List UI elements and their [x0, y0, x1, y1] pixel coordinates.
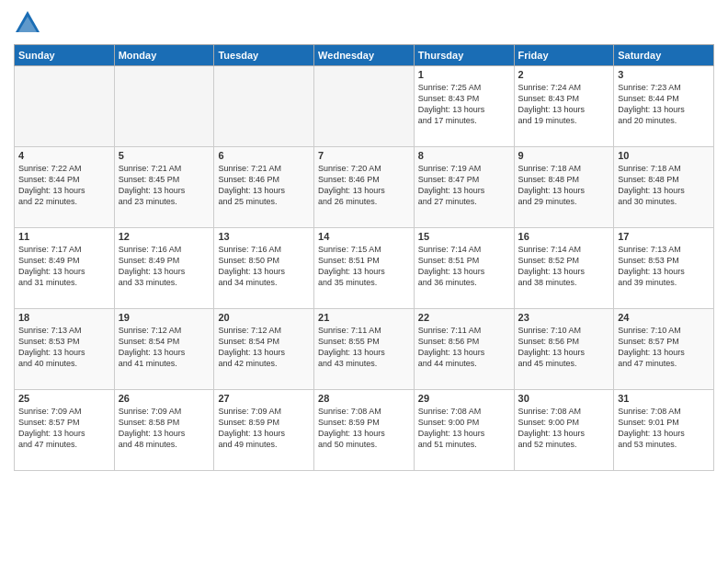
calendar-cell: 2Sunrise: 7:24 AM Sunset: 8:43 PM Daylig… [514, 66, 614, 147]
calendar-cell: 6Sunrise: 7:21 AM Sunset: 8:46 PM Daylig… [214, 147, 314, 228]
logo-icon [14, 9, 41, 37]
day-info: Sunrise: 7:15 AM Sunset: 8:51 PM Dayligh… [318, 244, 410, 289]
day-number: 8 [418, 150, 510, 161]
calendar-cell: 18Sunrise: 7:13 AM Sunset: 8:53 PM Dayli… [15, 309, 115, 390]
day-number: 24 [618, 312, 710, 323]
calendar-cell: 25Sunrise: 7:09 AM Sunset: 8:57 PM Dayli… [15, 390, 115, 471]
day-info: Sunrise: 7:08 AM Sunset: 9:00 PM Dayligh… [418, 406, 510, 451]
calendar-cell: 1Sunrise: 7:25 AM Sunset: 8:43 PM Daylig… [414, 66, 514, 147]
day-number: 7 [318, 150, 410, 161]
day-info: Sunrise: 7:23 AM Sunset: 8:44 PM Dayligh… [618, 82, 710, 127]
day-number: 31 [618, 393, 710, 404]
day-number: 9 [518, 150, 610, 161]
day-number: 16 [518, 231, 610, 242]
calendar-cell: 14Sunrise: 7:15 AM Sunset: 8:51 PM Dayli… [314, 228, 415, 309]
day-number: 13 [218, 231, 310, 242]
calendar-cell: 17Sunrise: 7:13 AM Sunset: 8:53 PM Dayli… [614, 228, 714, 309]
weekday-saturday: Saturday [614, 45, 714, 66]
calendar-cell: 27Sunrise: 7:09 AM Sunset: 8:59 PM Dayli… [214, 390, 314, 471]
calendar-cell: 30Sunrise: 7:08 AM Sunset: 9:00 PM Dayli… [514, 390, 614, 471]
day-info: Sunrise: 7:13 AM Sunset: 8:53 PM Dayligh… [18, 325, 110, 370]
day-number: 14 [318, 231, 410, 242]
day-number: 6 [218, 150, 310, 161]
day-number: 29 [418, 393, 510, 404]
day-number: 3 [618, 69, 710, 80]
calendar-cell: 10Sunrise: 7:18 AM Sunset: 8:48 PM Dayli… [614, 147, 714, 228]
day-number: 18 [18, 312, 110, 323]
day-number: 15 [418, 231, 510, 242]
day-info: Sunrise: 7:12 AM Sunset: 8:54 PM Dayligh… [218, 325, 310, 370]
calendar-cell: 29Sunrise: 7:08 AM Sunset: 9:00 PM Dayli… [414, 390, 514, 471]
calendar-cell: 11Sunrise: 7:17 AM Sunset: 8:49 PM Dayli… [15, 228, 115, 309]
calendar-cell: 22Sunrise: 7:11 AM Sunset: 8:56 PM Dayli… [414, 309, 514, 390]
calendar-cell: 20Sunrise: 7:12 AM Sunset: 8:54 PM Dayli… [214, 309, 314, 390]
week-row-2: 4Sunrise: 7:22 AM Sunset: 8:44 PM Daylig… [15, 147, 714, 228]
day-info: Sunrise: 7:24 AM Sunset: 8:43 PM Dayligh… [518, 82, 610, 127]
day-info: Sunrise: 7:20 AM Sunset: 8:46 PM Dayligh… [318, 163, 410, 208]
day-number: 10 [618, 150, 710, 161]
day-info: Sunrise: 7:14 AM Sunset: 8:52 PM Dayligh… [518, 244, 610, 289]
calendar-cell: 23Sunrise: 7:10 AM Sunset: 8:56 PM Dayli… [514, 309, 614, 390]
day-info: Sunrise: 7:10 AM Sunset: 8:56 PM Dayligh… [518, 325, 610, 370]
calendar-cell: 16Sunrise: 7:14 AM Sunset: 8:52 PM Dayli… [514, 228, 614, 309]
calendar-cell [214, 66, 314, 147]
day-number: 22 [418, 312, 510, 323]
weekday-header-row: SundayMondayTuesdayWednesdayThursdayFrid… [15, 45, 714, 66]
day-info: Sunrise: 7:25 AM Sunset: 8:43 PM Dayligh… [418, 82, 510, 127]
logo [14, 9, 45, 37]
week-row-1: 1Sunrise: 7:25 AM Sunset: 8:43 PM Daylig… [15, 66, 714, 147]
calendar-cell: 5Sunrise: 7:21 AM Sunset: 8:45 PM Daylig… [114, 147, 214, 228]
calendar-cell: 26Sunrise: 7:09 AM Sunset: 8:58 PM Dayli… [114, 390, 214, 471]
day-number: 26 [119, 393, 210, 404]
weekday-sunday: Sunday [15, 45, 115, 66]
day-info: Sunrise: 7:16 AM Sunset: 8:50 PM Dayligh… [218, 244, 310, 289]
day-number: 11 [18, 231, 110, 242]
day-info: Sunrise: 7:18 AM Sunset: 8:48 PM Dayligh… [618, 163, 710, 208]
calendar-cell: 7Sunrise: 7:20 AM Sunset: 8:46 PM Daylig… [314, 147, 415, 228]
day-number: 25 [18, 393, 110, 404]
calendar-cell: 3Sunrise: 7:23 AM Sunset: 8:44 PM Daylig… [614, 66, 714, 147]
calendar-cell: 31Sunrise: 7:08 AM Sunset: 9:01 PM Dayli… [614, 390, 714, 471]
calendar-cell [114, 66, 214, 147]
weekday-wednesday: Wednesday [314, 45, 415, 66]
day-info: Sunrise: 7:09 AM Sunset: 8:59 PM Dayligh… [218, 406, 310, 451]
day-number: 12 [119, 231, 210, 242]
day-info: Sunrise: 7:08 AM Sunset: 9:01 PM Dayligh… [618, 406, 710, 451]
calendar-table: SundayMondayTuesdayWednesdayThursdayFrid… [14, 44, 714, 471]
day-info: Sunrise: 7:14 AM Sunset: 8:51 PM Dayligh… [418, 244, 510, 289]
day-number: 2 [518, 69, 610, 80]
day-number: 1 [418, 69, 510, 80]
week-row-5: 25Sunrise: 7:09 AM Sunset: 8:57 PM Dayli… [15, 390, 714, 471]
header [14, 9, 714, 37]
day-info: Sunrise: 7:09 AM Sunset: 8:58 PM Dayligh… [119, 406, 210, 451]
calendar-cell: 15Sunrise: 7:14 AM Sunset: 8:51 PM Dayli… [414, 228, 514, 309]
day-info: Sunrise: 7:13 AM Sunset: 8:53 PM Dayligh… [618, 244, 710, 289]
day-number: 20 [218, 312, 310, 323]
calendar-cell: 13Sunrise: 7:16 AM Sunset: 8:50 PM Dayli… [214, 228, 314, 309]
day-info: Sunrise: 7:22 AM Sunset: 8:44 PM Dayligh… [18, 163, 110, 208]
page-container: SundayMondayTuesdayWednesdayThursdayFrid… [0, 0, 728, 563]
weekday-tuesday: Tuesday [214, 45, 314, 66]
day-info: Sunrise: 7:17 AM Sunset: 8:49 PM Dayligh… [18, 244, 110, 289]
weekday-thursday: Thursday [414, 45, 514, 66]
day-info: Sunrise: 7:21 AM Sunset: 8:46 PM Dayligh… [218, 163, 310, 208]
day-number: 4 [18, 150, 110, 161]
day-info: Sunrise: 7:10 AM Sunset: 8:57 PM Dayligh… [618, 325, 710, 370]
day-info: Sunrise: 7:11 AM Sunset: 8:55 PM Dayligh… [318, 325, 410, 370]
day-number: 23 [518, 312, 610, 323]
calendar-cell: 21Sunrise: 7:11 AM Sunset: 8:55 PM Dayli… [314, 309, 415, 390]
day-info: Sunrise: 7:16 AM Sunset: 8:49 PM Dayligh… [119, 244, 210, 289]
week-row-4: 18Sunrise: 7:13 AM Sunset: 8:53 PM Dayli… [15, 309, 714, 390]
day-info: Sunrise: 7:18 AM Sunset: 8:48 PM Dayligh… [518, 163, 610, 208]
day-info: Sunrise: 7:08 AM Sunset: 8:59 PM Dayligh… [318, 406, 410, 451]
calendar-cell: 9Sunrise: 7:18 AM Sunset: 8:48 PM Daylig… [514, 147, 614, 228]
calendar-cell: 4Sunrise: 7:22 AM Sunset: 8:44 PM Daylig… [15, 147, 115, 228]
week-row-3: 11Sunrise: 7:17 AM Sunset: 8:49 PM Dayli… [15, 228, 714, 309]
day-number: 30 [518, 393, 610, 404]
calendar-cell [15, 66, 115, 147]
calendar-cell: 8Sunrise: 7:19 AM Sunset: 8:47 PM Daylig… [414, 147, 514, 228]
day-info: Sunrise: 7:11 AM Sunset: 8:56 PM Dayligh… [418, 325, 510, 370]
weekday-friday: Friday [514, 45, 614, 66]
day-number: 28 [318, 393, 410, 404]
day-number: 5 [119, 150, 210, 161]
